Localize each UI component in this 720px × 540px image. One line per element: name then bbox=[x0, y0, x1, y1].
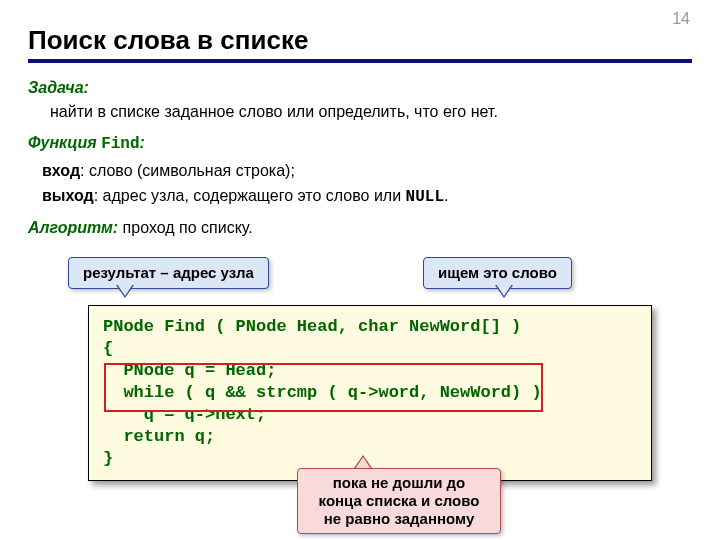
title-rule bbox=[28, 59, 692, 63]
input-text: : слово (символьная строка); bbox=[80, 162, 295, 179]
algo-label: Алгоритм: bbox=[28, 219, 118, 236]
callout-loop: пока не дошли до конца списка и слово не… bbox=[297, 468, 501, 534]
input-row: вход: слово (символьная строка); bbox=[42, 160, 692, 182]
func-label-suffix: : bbox=[140, 134, 145, 151]
null-code: NULL bbox=[406, 188, 444, 206]
output-text-b: . bbox=[444, 187, 448, 204]
output-row: выход: адрес узла, содержащего это слово… bbox=[42, 185, 692, 209]
task-text: найти в списке заданное слово или опреде… bbox=[50, 101, 692, 123]
task-label: Задача: bbox=[28, 79, 89, 96]
algo-text: проход по списку. bbox=[118, 219, 253, 236]
callout-bottom-wrap: пока не дошли до конца списка и слово не… bbox=[297, 468, 499, 534]
output-text-a: : адрес узла, содержащего это слово или bbox=[94, 187, 406, 204]
output-label: выход bbox=[42, 187, 94, 204]
page-number: 14 bbox=[672, 10, 690, 28]
task-block: Задача: найти в списке заданное слово ил… bbox=[28, 77, 692, 122]
func-name: Find bbox=[101, 135, 139, 153]
func-label: Функция Find: bbox=[28, 134, 145, 151]
callout-result: результат – адрес узла bbox=[68, 257, 269, 289]
callout-area-top: результат – адрес узла ищем это слово bbox=[28, 257, 692, 305]
input-label: вход bbox=[42, 162, 80, 179]
page-title: Поиск слова в списке bbox=[28, 25, 720, 56]
algo-block: Алгоритм: проход по списку. bbox=[28, 217, 692, 239]
func-label-prefix: Функция bbox=[28, 134, 101, 151]
function-block: Функция Find: вход: слово (символьная ст… bbox=[28, 132, 692, 209]
content-area: Задача: найти в списке заданное слово ил… bbox=[28, 77, 692, 481]
